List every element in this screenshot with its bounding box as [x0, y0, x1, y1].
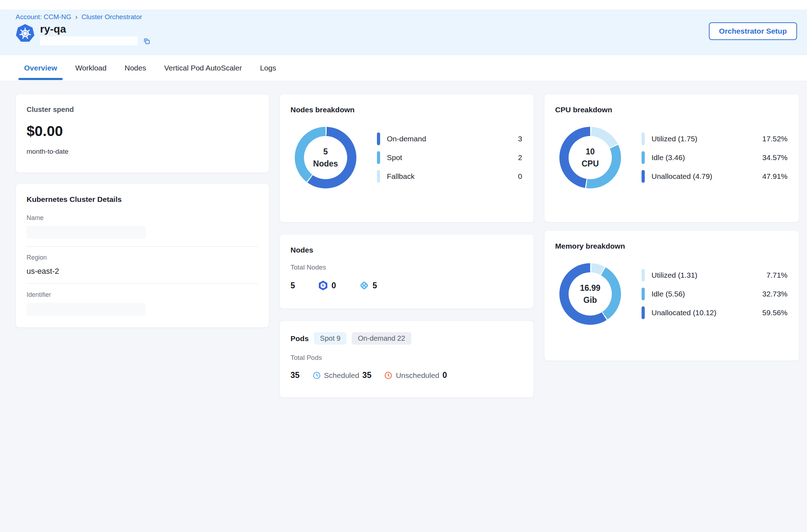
donut-center-label: Gib	[583, 295, 597, 305]
nodes-card: Nodes Total Nodes 5 k 0	[280, 234, 534, 309]
copy-icon[interactable]	[143, 37, 151, 45]
karpenter-nodes-stat: k 0	[318, 280, 336, 291]
legend-row: Idle (3.46) 34.57%	[642, 151, 788, 164]
total-pods-label: Total Pods	[290, 354, 523, 362]
memory-breakdown-legend: Utilized (1.31) 7.71% Idle (5.56) 32.73%…	[642, 269, 788, 319]
cpu-breakdown-donut-chart: 10 CPU	[559, 127, 621, 188]
legend-color-chip	[377, 170, 380, 183]
legend-label: Utilized (1.75)	[651, 135, 698, 143]
legend-value: 32.73%	[762, 290, 788, 298]
cpu-breakdown-card: CPU breakdown 10 CPU Utilized (1.75) 17.…	[544, 94, 799, 222]
legend-value: 3	[518, 135, 522, 143]
tab-workload[interactable]: Workload	[74, 55, 107, 81]
scheduled-label: Scheduled	[324, 371, 359, 380]
legend-value: 17.52%	[762, 135, 788, 143]
cluster-spend-card: Cluster spend $0.00 month-to-date	[16, 94, 269, 173]
legend-label: Unallocated (10.12)	[651, 309, 716, 317]
donut-center-value: 5	[323, 147, 328, 157]
top-strip	[0, 0, 807, 10]
page-title: ry-qa	[40, 23, 151, 35]
orchestrator-setup-button[interactable]: Orchestrator Setup	[709, 22, 797, 40]
legend-color-chip	[642, 132, 645, 145]
ondemand-pods-badge: On-demand 22	[352, 332, 411, 345]
tab-logs[interactable]: Logs	[259, 55, 277, 81]
legend-color-chip	[377, 132, 380, 145]
legend-label: Utilized (1.31)	[651, 271, 698, 279]
memory-breakdown-title: Memory breakdown	[555, 242, 788, 250]
karpenter-icon: k	[318, 280, 328, 291]
legend-value: 47.91%	[762, 172, 788, 181]
unscheduled-pods-count: 0	[442, 370, 447, 380]
cluster-region-label: Region	[27, 254, 258, 261]
legend-color-chip	[642, 170, 645, 183]
tab-vertical-pod-autoscaler[interactable]: Vertical Pod AutoScaler	[163, 55, 242, 81]
tab-nodes[interactable]: Nodes	[124, 55, 147, 81]
legend-value: 0	[518, 172, 522, 181]
legend-row: On-demand 3	[377, 132, 522, 145]
cluster-details-title: Kubernetes Cluster Details	[27, 195, 258, 204]
legend-row: Unallocated (4.79) 47.91%	[642, 170, 788, 183]
breadcrumb-account-link[interactable]: Account: CCM-NG	[16, 13, 71, 21]
cluster-spend-amount: $0.00	[27, 123, 258, 140]
spot-pods-badge: Spot 9	[314, 332, 346, 345]
legend-row: Fallback 0	[377, 170, 522, 183]
donut-center-label: Nodes	[313, 159, 338, 169]
legend-label: Fallback	[387, 172, 414, 181]
unscheduled-label: Unscheduled	[396, 371, 439, 380]
nodes-breakdown-title: Nodes breakdown	[290, 106, 523, 114]
donut-center-value: 10	[586, 147, 595, 157]
unscheduled-pods-stat: Unscheduled 0	[384, 370, 447, 380]
pods-card: Pods Spot 9 On-demand 22 Total Pods 35	[280, 321, 534, 398]
tab-overview[interactable]: Overview	[23, 55, 58, 81]
scheduled-pods-stat: Scheduled 35	[312, 370, 372, 380]
breadcrumb-separator-icon: ›	[75, 13, 78, 21]
cluster-spend-period: month-to-date	[27, 148, 258, 155]
pods-card-title: Pods	[290, 334, 309, 343]
kubernetes-cluster-details-card: Kubernetes Cluster Details Name Region u…	[16, 183, 269, 328]
spot-nodes-count: 5	[373, 281, 377, 290]
title-row: ry-qa	[16, 23, 797, 45]
scheduled-clock-icon	[312, 371, 321, 380]
field-divider	[27, 246, 258, 247]
legend-color-chip	[642, 306, 645, 319]
cluster-identifier-label: Identifier	[27, 291, 258, 299]
legend-label: Unallocated (4.79)	[651, 172, 712, 181]
tab-bar: Overview Workload Nodes Vertical Pod Aut…	[0, 55, 807, 81]
cpu-breakdown-title: CPU breakdown	[555, 106, 788, 114]
scheduled-pods-count: 35	[362, 370, 372, 380]
legend-row: Utilized (1.75) 17.52%	[642, 132, 788, 145]
legend-color-chip	[377, 151, 380, 164]
legend-color-chip	[642, 288, 645, 300]
cluster-spend-title: Cluster spend	[27, 106, 258, 114]
cluster-identifier-redacted-block	[27, 303, 146, 316]
cluster-identifier-field: Identifier	[27, 291, 258, 316]
karpenter-nodes-count: 0	[332, 281, 336, 290]
cluster-name-label: Name	[27, 214, 258, 222]
cluster-name-field: Name	[27, 214, 258, 239]
total-nodes-count: 5	[290, 281, 295, 290]
total-pods-count: 35	[290, 370, 300, 380]
legend-value: 7.71%	[766, 271, 788, 279]
nodes-breakdown-card: Nodes breakdown 5 Nodes On-demand 3	[280, 94, 534, 222]
cluster-region-value: us-east-2	[27, 267, 258, 276]
memory-breakdown-card: Memory breakdown 16.99 Gib Utilized (1.3…	[544, 230, 799, 361]
cluster-orchestrator-page: Account: CCM-NG › Cluster Orchestrator	[0, 0, 807, 398]
memory-breakdown-donut-chart: 16.99 Gib	[559, 263, 621, 325]
total-nodes-label: Total Nodes	[290, 264, 523, 271]
page-header: Account: CCM-NG › Cluster Orchestrator	[0, 10, 807, 55]
legend-row: Unallocated (10.12) 59.56%	[642, 306, 788, 319]
legend-value: 2	[518, 153, 522, 162]
legend-color-chip	[642, 151, 645, 164]
legend-row: Idle (5.56) 32.73%	[642, 288, 788, 300]
donut-center-value: 16.99	[580, 283, 600, 293]
legend-row: Utilized (1.31) 7.71%	[642, 269, 788, 282]
breadcrumb-current-link[interactable]: Cluster Orchestrator	[81, 13, 142, 21]
cpu-breakdown-legend: Utilized (1.75) 17.52% Idle (3.46) 34.57…	[642, 132, 788, 183]
legend-row: Spot 2	[377, 151, 522, 164]
breadcrumb: Account: CCM-NG › Cluster Orchestrator	[16, 13, 797, 21]
spot-nodes-stat: 5	[359, 280, 377, 291]
cluster-id-redacted-block	[40, 36, 138, 45]
unscheduled-clock-icon	[384, 371, 393, 380]
cluster-name-redacted-block	[27, 226, 146, 239]
legend-value: 59.56%	[762, 309, 788, 317]
